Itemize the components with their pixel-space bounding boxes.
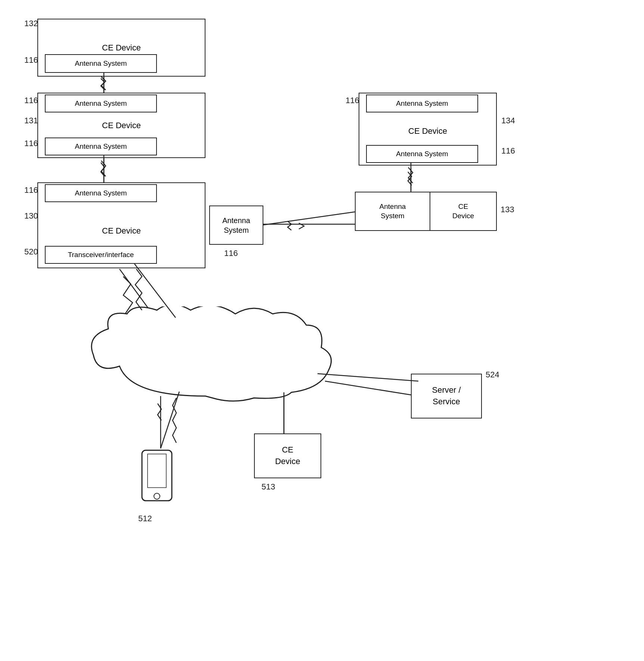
ce131-label: CE Device xyxy=(102,121,141,130)
antenna-system-132: Antenna System xyxy=(45,54,157,73)
svg-rect-9 xyxy=(148,454,166,488)
label-513: 513 xyxy=(261,482,275,492)
ce513-label: CEDevice xyxy=(275,444,300,467)
label-520: 520 xyxy=(24,247,38,257)
antenna-134-top: Antenna System xyxy=(366,95,478,112)
cloud-svg xyxy=(75,306,336,411)
ce134-label: CE Device xyxy=(408,126,447,136)
mobile-svg xyxy=(138,448,176,508)
ce513-box: CEDevice xyxy=(254,433,321,478)
label-132: 132 xyxy=(24,19,38,28)
svg-line-5 xyxy=(325,381,418,396)
label-512: 512 xyxy=(138,514,152,523)
label-130: 130 xyxy=(24,211,38,221)
label-116-132-ant: 116 xyxy=(24,55,38,65)
label-116-131-bot: 116 xyxy=(24,139,38,148)
ce132-label: CE Device xyxy=(102,43,141,53)
label-116-134-top: 116 xyxy=(346,96,359,105)
antenna-mid-box: AntennaSystem xyxy=(209,206,263,245)
antenna-134-bot: Antenna System xyxy=(366,145,478,163)
antenna-131-top: Antenna System xyxy=(45,95,157,112)
label-116-134-bot: 116 xyxy=(501,146,515,156)
label-116-130: 116 xyxy=(24,185,38,195)
ce133-cell: CEDevice xyxy=(430,192,496,230)
server-box: Server /Service xyxy=(411,374,482,418)
antenna-133: AntennaSystem xyxy=(356,192,430,230)
label-116-mid: 116 xyxy=(224,248,238,258)
server-label: Server /Service xyxy=(432,384,461,408)
label-116-131-top: 116 xyxy=(24,96,38,105)
antenna-131-bot: Antenna System xyxy=(45,138,157,155)
label-134: 134 xyxy=(501,116,515,126)
label-131: 131 xyxy=(24,116,38,126)
label-524: 524 xyxy=(486,370,499,380)
svg-line-14 xyxy=(263,212,355,225)
ce130-label: CE Device xyxy=(102,226,141,236)
antenna-130-top: Antenna System xyxy=(45,184,157,202)
diagram: CE Device Antenna System 132 116 CE Devi… xyxy=(0,0,644,661)
transceiver-box: Transceiver/interface xyxy=(45,246,157,264)
label-133: 133 xyxy=(501,205,514,214)
